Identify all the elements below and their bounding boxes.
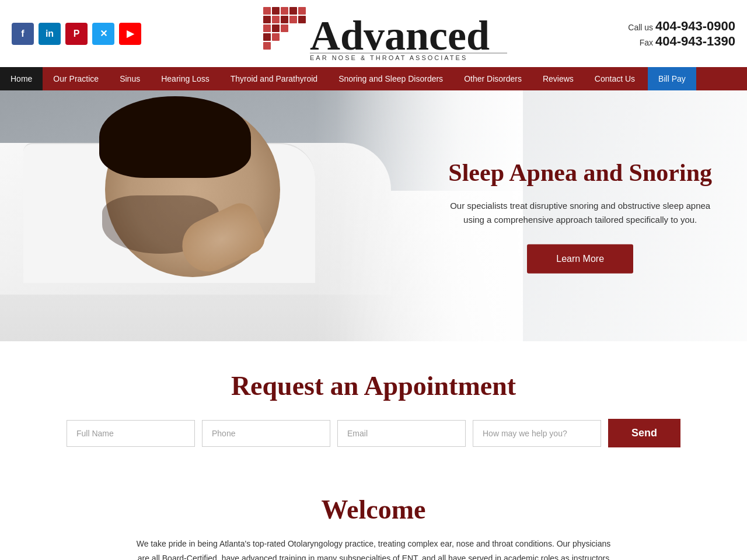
call-label: Call us — [628, 23, 653, 32]
svg-rect-1 — [272, 7, 280, 15]
pinterest-icon[interactable]: P — [65, 23, 88, 45]
logo[interactable]: Advanced EAR NOSE & THROAT ASSOCIATES — [262, 6, 507, 61]
top-bar: f in P ✕ ▶ — [0, 0, 747, 67]
welcome-text: We take pride in being Atlanta's top-rat… — [134, 537, 613, 560]
svg-rect-5 — [263, 16, 271, 23]
svg-rect-0 — [263, 7, 271, 15]
nav-snoring[interactable]: Snoring and Sleep Disorders — [328, 67, 453, 90]
email-input[interactable] — [337, 420, 466, 447]
svg-rect-14 — [272, 33, 280, 41]
message-input[interactable] — [473, 420, 601, 447]
phone-number: 404-943-0900 — [655, 19, 735, 33]
hero-section: Sleep Apnea and Snoring Our specialists … — [0, 90, 747, 341]
main-nav: Home Our Practice Sinus Hearing Loss Thy… — [0, 67, 747, 90]
svg-rect-10 — [263, 24, 271, 32]
nav-thyroid[interactable]: Thyroid and Parathyroid — [220, 67, 328, 90]
send-button[interactable]: Send — [608, 419, 680, 447]
appointment-section: Request an Appointment Send — [0, 341, 747, 471]
appointment-form: Send — [23, 419, 724, 447]
nav-other-disorders[interactable]: Other Disorders — [453, 67, 532, 90]
hero-description: Our specialists treat disruptive snoring… — [448, 199, 712, 227]
svg-rect-11 — [272, 24, 280, 32]
svg-rect-7 — [281, 16, 288, 23]
welcome-section: Welcome We take pride in being Atlanta's… — [0, 471, 747, 560]
svg-rect-2 — [281, 7, 288, 15]
nav-hearing-loss[interactable]: Hearing Loss — [151, 67, 220, 90]
fax-label: Fax — [640, 38, 653, 47]
twitter-icon[interactable]: ✕ — [92, 23, 114, 45]
linkedin-icon[interactable]: in — [39, 23, 61, 45]
nav-our-practice[interactable]: Our Practice — [43, 67, 109, 90]
nav-bill-pay[interactable]: Bill Pay — [648, 67, 696, 90]
svg-rect-12 — [281, 24, 288, 32]
learn-more-button[interactable]: Learn More — [527, 244, 633, 274]
svg-rect-15 — [263, 42, 271, 50]
svg-rect-8 — [289, 16, 297, 23]
svg-rect-9 — [298, 16, 306, 23]
nav-home[interactable]: Home — [0, 67, 43, 90]
nav-contact[interactable]: Contact Us — [584, 67, 645, 90]
svg-rect-6 — [272, 16, 280, 23]
welcome-title: Welcome — [117, 494, 630, 525]
svg-rect-13 — [263, 33, 271, 41]
svg-text:EAR NOSE & THROAT ASSOCIATES: EAR NOSE & THROAT ASSOCIATES — [310, 54, 467, 61]
fax-number: 404-943-1390 — [655, 34, 735, 48]
nav-sinus[interactable]: Sinus — [109, 67, 151, 90]
youtube-icon[interactable]: ▶ — [119, 23, 141, 45]
phone-input[interactable] — [202, 420, 330, 447]
full-name-input[interactable] — [67, 420, 195, 447]
hero-content: Sleep Apnea and Snoring Our specialists … — [448, 158, 712, 274]
facebook-icon[interactable]: f — [12, 23, 34, 45]
svg-rect-3 — [289, 7, 297, 15]
social-icons: f in P ✕ ▶ — [12, 23, 141, 45]
appointment-title: Request an Appointment — [23, 370, 724, 401]
svg-text:Advanced: Advanced — [310, 12, 490, 59]
contact-info: Call us 404-943-0900 Fax 404-943-1390 — [628, 19, 735, 49]
hero-title: Sleep Apnea and Snoring — [448, 158, 712, 187]
svg-rect-4 — [298, 7, 306, 15]
nav-reviews[interactable]: Reviews — [532, 67, 584, 90]
